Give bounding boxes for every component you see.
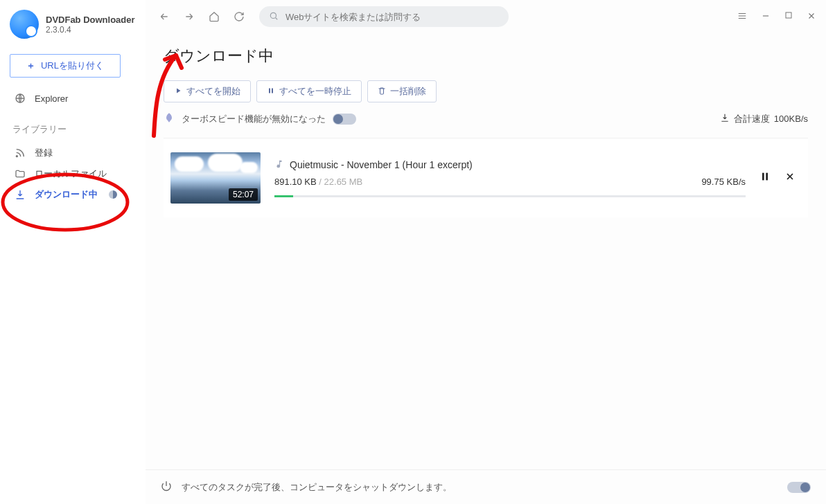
start-all-label: すべてを開始: [186, 85, 240, 98]
turbo-row: ターボスピード機能が無効になった 合計速度 100KB/s: [164, 112, 808, 132]
download-icon: [14, 189, 26, 200]
subscribe-label: 登録: [35, 147, 53, 159]
music-note-icon: [274, 159, 284, 171]
sidebar: DVDFab Downloader 2.3.0.4 ＋ URLを貼り付く Exp…: [0, 0, 146, 504]
total-speed-value: 100KB/s: [774, 114, 808, 124]
action-row: すべてを開始 すべてを一時停止 一括削除: [164, 80, 808, 102]
explorer-label: Explorer: [35, 93, 68, 104]
globe-icon: [14, 93, 26, 104]
search-input[interactable]: [285, 12, 499, 22]
topbar: [146, 0, 826, 33]
sidebar-item-explorer[interactable]: Explorer: [10, 89, 139, 108]
app-version: 2.3.0.4: [46, 25, 135, 35]
footer: すべてのタスクが完了後、コンピュータをシャットダウンします。: [146, 469, 826, 504]
download-actions: [759, 171, 801, 185]
content: ダウンロード中 すべてを開始 すべてを一時停止: [146, 33, 826, 469]
duration-badge: 52:07: [229, 188, 258, 201]
page-title: ダウンロード中: [164, 46, 808, 66]
nav-reload-button[interactable]: [230, 8, 248, 26]
delete-all-button[interactable]: 一括削除: [367, 80, 437, 102]
brand: DVDFab Downloader 2.3.0.4: [10, 10, 139, 39]
app-logo: [10, 10, 39, 39]
paste-url-label: URLを貼り付く: [41, 60, 104, 72]
download-title: Quietmusic - November 1 (Hour 1 excerpt): [290, 159, 473, 170]
svg-rect-6: [272, 88, 273, 93]
shutdown-label: すべてのタスクが完了後、コンピュータをシャットダウンします。: [182, 481, 452, 494]
pause-all-button[interactable]: すべてを一時停止: [256, 80, 362, 102]
start-all-button[interactable]: すべてを開始: [164, 80, 251, 102]
sidebar-item-downloading[interactable]: ダウンロード中: [10, 184, 139, 205]
search-icon: [269, 11, 279, 23]
sidebar-item-local-files[interactable]: ローカルファイル: [10, 163, 139, 184]
shutdown-toggle[interactable]: [787, 482, 811, 493]
local-files-label: ローカルファイル: [35, 168, 107, 180]
svg-point-1: [16, 156, 17, 157]
total-speed-label: 合計速度: [734, 113, 770, 125]
trash-icon: [378, 87, 386, 97]
play-icon: [174, 87, 182, 97]
search-wrap[interactable]: [259, 6, 509, 27]
pause-icon: [267, 87, 275, 97]
downloaded-size: 891.10 KB: [274, 177, 317, 187]
plus-icon: ＋: [26, 60, 35, 72]
sidebar-item-subscribe[interactable]: 登録: [10, 143, 139, 163]
window-controls: [737, 11, 816, 23]
svg-rect-7: [762, 173, 764, 181]
item-pause-button[interactable]: [759, 171, 771, 185]
app-name: DVDFab Downloader: [46, 15, 135, 25]
downloading-indicator-icon: [109, 190, 117, 199]
folder-icon: [14, 168, 26, 179]
nav-forward-button[interactable]: [180, 8, 198, 26]
library-section-label: ライブラリー: [12, 123, 139, 136]
item-remove-button[interactable]: [784, 171, 796, 185]
turbo-toggle[interactable]: [333, 114, 356, 125]
download-item: 52:07 Quietmusic - November 1 (Hour 1 ex…: [164, 138, 808, 217]
total-size: / 22.65 MB: [317, 177, 363, 187]
maximize-icon[interactable]: [784, 11, 793, 23]
download-thumbnail: 52:07: [170, 152, 261, 204]
progress-fill: [274, 195, 293, 197]
svg-rect-8: [766, 173, 768, 181]
download-info: Quietmusic - November 1 (Hour 1 excerpt)…: [274, 159, 746, 197]
pause-all-label: すべてを一時停止: [279, 85, 351, 98]
svg-rect-4: [786, 12, 791, 18]
total-speed: 合計速度 100KB/s: [720, 113, 808, 125]
paste-url-button[interactable]: ＋ URLを貼り付く: [10, 54, 121, 78]
svg-point-3: [270, 12, 276, 18]
menu-icon[interactable]: [737, 11, 747, 23]
rocket-icon: [164, 112, 175, 125]
download-speed-icon: [720, 113, 730, 125]
item-speed: 99.75 KB/s: [701, 177, 746, 187]
download-list: 52:07 Quietmusic - November 1 (Hour 1 ex…: [164, 138, 808, 217]
rss-icon: [14, 147, 26, 159]
close-icon[interactable]: [807, 11, 816, 23]
downloading-label: ダウンロード中: [35, 188, 98, 201]
turbo-label: ターボスピード機能が無効になった: [182, 113, 326, 125]
svg-rect-5: [269, 88, 270, 93]
minimize-icon[interactable]: [761, 11, 771, 23]
delete-all-label: 一括削除: [390, 85, 426, 98]
nav-back-button[interactable]: [155, 8, 173, 26]
nav-home-button[interactable]: [205, 8, 223, 26]
main-area: ダウンロード中 すべてを開始 すべてを一時停止: [146, 0, 826, 504]
progress-bar: [274, 195, 746, 197]
power-icon: [161, 480, 172, 494]
